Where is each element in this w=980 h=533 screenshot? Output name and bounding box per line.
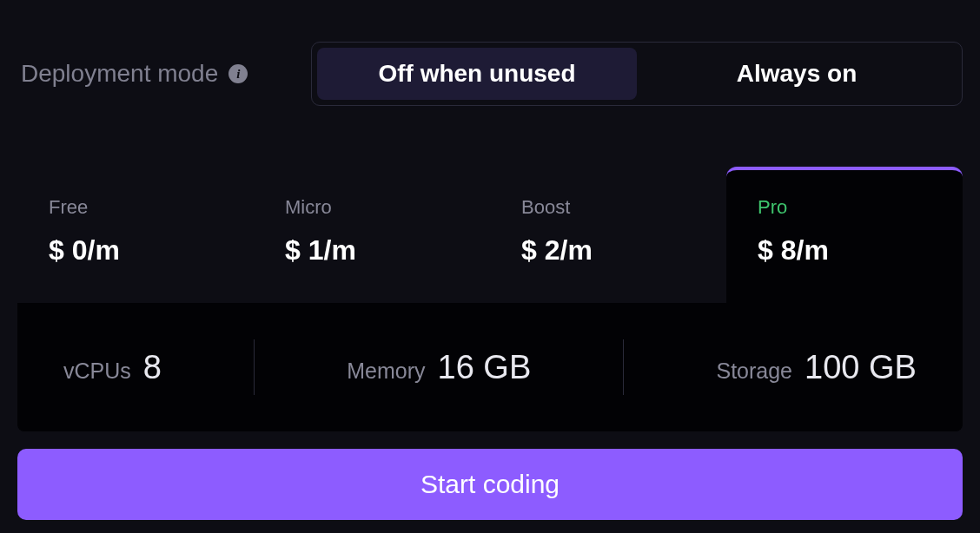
spec-label: Storage <box>716 359 792 384</box>
spec-memory: Memory 16 GB <box>347 349 531 386</box>
spec-label: Memory <box>347 359 425 384</box>
toggle-off-when-unused[interactable]: Off when unused <box>317 48 637 100</box>
plan-name: Free <box>49 196 222 219</box>
specs-row: vCPUs 8 Memory 16 GB Storage 100 GB <box>17 303 963 431</box>
plans-row: Free $ 0/m Micro $ 1/m Boost $ 2/m Pro $… <box>17 167 963 303</box>
plan-name: Boost <box>521 196 695 219</box>
plan-name: Micro <box>285 196 459 219</box>
divider <box>623 339 624 395</box>
divider <box>254 339 255 395</box>
plan-boost[interactable]: Boost $ 2/m <box>490 167 726 303</box>
spec-storage: Storage 100 GB <box>716 349 916 386</box>
toggle-always-on[interactable]: Always on <box>637 48 957 100</box>
plan-name: Pro <box>758 196 931 219</box>
plan-price: $ 2/m <box>521 234 695 266</box>
spec-value: 100 GB <box>805 349 917 386</box>
plan-free[interactable]: Free $ 0/m <box>17 167 254 303</box>
plan-price: $ 8/m <box>758 234 931 266</box>
start-coding-button[interactable]: Start coding <box>17 449 963 520</box>
spec-value: 8 <box>143 349 162 386</box>
info-icon[interactable]: i <box>228 64 248 83</box>
deployment-mode-row: Deployment mode i Off when unused Always… <box>17 42 963 106</box>
plan-micro[interactable]: Micro $ 1/m <box>254 167 490 303</box>
spec-value: 16 GB <box>438 349 532 386</box>
deployment-toggle-group: Off when unused Always on <box>311 42 963 106</box>
start-coding-label: Start coding <box>420 470 560 498</box>
plan-price: $ 1/m <box>285 234 459 266</box>
spec-vcpus: vCPUs 8 <box>63 349 162 386</box>
plan-price: $ 0/m <box>49 234 222 266</box>
toggle-label: Always on <box>737 60 857 87</box>
plan-pro[interactable]: Pro $ 8/m <box>726 167 963 303</box>
deployment-mode-label: Deployment mode i <box>17 60 294 88</box>
toggle-label: Off when unused <box>378 60 575 87</box>
spec-label: vCPUs <box>63 359 131 384</box>
deployment-mode-text: Deployment mode <box>21 60 218 88</box>
